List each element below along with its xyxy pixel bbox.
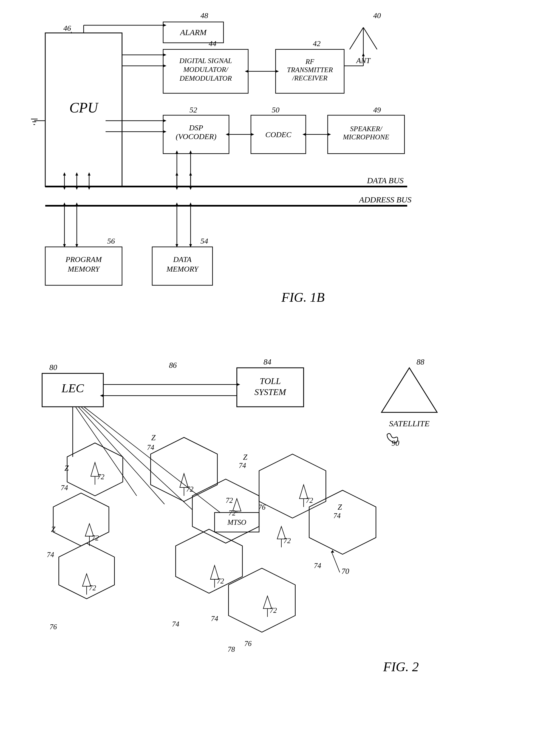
svg-marker-109 [228,568,295,632]
svg-text:DATA: DATA [173,255,192,264]
svg-marker-45 [328,133,331,136]
svg-marker-108 [176,529,242,593]
svg-text:TRANSMITTER: TRANSMITTER [287,66,333,74]
svg-marker-75 [176,202,178,206]
svg-text:MEMORY: MEMORY [68,265,100,273]
page: CPU 46 ALARM 48 DIGITAL SIGNAL MODULATOR… [0,0,535,756]
svg-marker-54 [63,172,66,176]
svg-marker-23 [245,70,248,73]
svg-marker-106 [259,454,326,518]
fig1b-diagram: CPU 46 ALARM 48 DIGITAL SIGNAL MODULATOR… [22,11,502,334]
svg-text:(VOCODER): (VOCODER) [176,132,216,141]
svg-text:Z: Z [51,525,56,534]
ref86: 86 [169,361,177,369]
ref78: 78 [228,646,235,654]
svg-text:72: 72 [217,577,224,585]
svg-text:PROGRAM: PROGRAM [65,255,102,264]
ref70: 70 [341,567,349,575]
data-bus-label: DATA BUS [367,176,404,185]
ref44: 44 [209,39,216,48]
alarm-label: ALARM [180,28,207,37]
svg-text:/RECEIVER: /RECEIVER [292,74,328,82]
svg-line-158 [331,551,340,572]
fig2-title: FIG. 2 [383,659,419,674]
svg-text:DEMODULATOR: DEMODULATOR [179,74,232,82]
svg-text:74: 74 [172,620,179,628]
svg-text:72: 72 [306,497,313,505]
svg-text:72: 72 [226,497,233,505]
ref50: 50 [272,105,279,114]
svg-text:74: 74 [239,462,246,470]
svg-text:74: 74 [314,562,321,570]
svg-marker-47 [163,119,166,122]
svg-line-129 [75,407,137,496]
svg-marker-86 [176,150,178,154]
svg-text:TOLL: TOLL [260,376,281,386]
ref52: 52 [189,105,197,114]
svg-text:DIGITAL SIGNAL: DIGITAL SIGNAL [179,57,232,65]
svg-marker-42 [251,133,254,136]
svg-text:SYSTEM: SYSTEM [254,387,287,397]
svg-marker-59 [88,187,91,190]
ref90: 90 [392,439,399,448]
ref49: 49 [373,105,381,114]
svg-text:72: 72 [186,485,193,493]
svg-text:MEMORY: MEMORY [166,265,199,273]
svg-marker-44 [302,133,306,136]
svg-marker-56 [75,187,78,190]
svg-text:76: 76 [258,503,266,511]
svg-text:74: 74 [147,444,154,451]
svg-text:72: 72 [89,584,96,592]
mtso-label: MTSO [227,518,246,526]
svg-line-132 [84,407,220,513]
svg-marker-99 [381,368,437,412]
svg-text:CODEC: CODEC [266,130,292,139]
svg-marker-66 [75,202,78,206]
ref48: 48 [200,11,208,20]
lec-label: LEC [61,381,84,395]
svg-marker-90 [189,187,192,190]
svg-text:72: 72 [92,534,99,542]
svg-marker-41 [226,133,229,136]
svg-marker-101 [67,443,123,496]
svg-text:74: 74 [61,484,68,492]
svg-line-19 [350,27,363,49]
svg-marker-105 [192,479,259,543]
svg-text:Z: Z [338,503,342,511]
svg-marker-24 [276,70,279,73]
svg-marker-9 [163,24,166,27]
ref88: 88 [416,358,424,366]
svg-text:74: 74 [333,512,341,520]
svg-marker-29 [163,53,166,56]
svg-text:Z: Z [243,453,248,461]
svg-marker-159 [331,550,334,552]
svg-marker-87 [176,187,178,190]
svg-text:MICROPHONE: MICROPHONE [343,133,389,141]
svg-marker-102 [53,493,109,546]
fig2-diagram: LEC 80 86 TOLL SYSTEM 84 SATELLITE 88 [22,351,502,735]
svg-text:74: 74 [47,551,54,559]
svg-marker-78 [189,202,192,206]
svg-marker-49 [163,130,166,133]
svg-text:DSP: DSP [189,124,203,132]
svg-line-20 [363,27,377,49]
svg-marker-89 [189,150,192,154]
svg-text:72: 72 [284,537,291,545]
svg-text:Z: Z [151,433,156,442]
svg-marker-107 [309,490,376,554]
svg-text:72: 72 [97,473,104,481]
svg-text:72: 72 [269,606,277,614]
ref72-mtso: 72 [228,509,236,517]
ref84: 84 [264,358,271,366]
svg-marker-57 [75,172,78,176]
svg-marker-53 [63,187,66,190]
address-bus-label: ADDRESS BUS [359,195,411,204]
svg-marker-98 [100,394,103,397]
svg-text:SPEAKER/: SPEAKER/ [350,125,383,133]
svg-text:MODULATOR/: MODULATOR/ [183,66,229,73]
svg-marker-96 [237,383,240,386]
ref56: 56 [107,237,115,245]
ref54: 54 [200,237,208,245]
ref40: 40 [373,11,381,20]
svg-text:74: 74 [211,615,218,623]
